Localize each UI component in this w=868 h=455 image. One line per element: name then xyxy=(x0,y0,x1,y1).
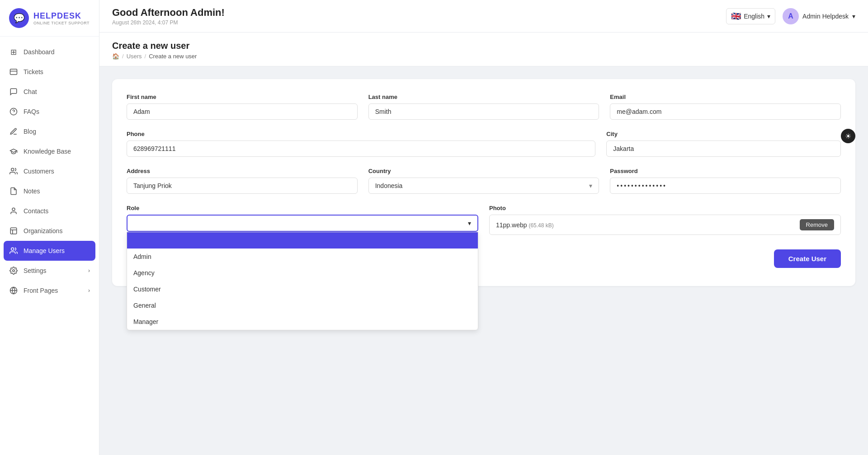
greeting-title: Good Afternoon Admin! xyxy=(112,7,225,19)
address-input[interactable] xyxy=(127,178,358,194)
sidebar-item-blog[interactable]: Blog xyxy=(0,122,99,141)
page-content: Create a new user 🏠 / Users / Create a n… xyxy=(99,33,868,455)
first-name-group: First name xyxy=(127,94,358,120)
role-option-general[interactable]: General xyxy=(127,297,478,314)
sidebar-item-front-pages[interactable]: Front Pages › xyxy=(0,281,99,300)
first-name-label: First name xyxy=(127,94,358,100)
sidebar-item-chat[interactable]: Chat xyxy=(0,82,99,102)
sidebar-item-faqs[interactable]: FAQs xyxy=(0,102,99,122)
city-group: City xyxy=(606,131,841,157)
svg-point-4 xyxy=(11,168,14,171)
sidebar-nav: ⊞ Dashboard Tickets Chat FAQs xyxy=(0,37,99,455)
theme-toggle-button[interactable]: ☀ xyxy=(841,129,855,143)
contacts-icon xyxy=(9,206,18,216)
lang-chevron-icon: ▾ xyxy=(767,13,770,20)
form-row-4: Role ▾ Admin Agency Customer xyxy=(127,205,841,235)
role-option-manager[interactable]: Manager xyxy=(127,314,478,330)
sidebar-item-label: Manage Users xyxy=(24,247,65,254)
city-label: City xyxy=(606,131,841,137)
email-group: Email xyxy=(610,94,841,120)
logo: 💬 HELPDESK ONLINE TICKET SUPPORT xyxy=(0,0,99,37)
country-chevron-icon: ▾ xyxy=(589,182,592,189)
sidebar-item-label: Blog xyxy=(24,128,36,135)
greeting-section: Good Afternoon Admin! August 26th 2024, … xyxy=(112,7,225,26)
last-name-input[interactable] xyxy=(368,103,599,120)
sidebar-item-label: Settings xyxy=(24,267,47,274)
brand-tagline: ONLINE TICKET SUPPORT xyxy=(33,21,90,25)
settings-icon xyxy=(9,266,18,275)
sidebar-item-label: Knowledge Base xyxy=(24,148,71,155)
sidebar-item-notes[interactable]: Notes xyxy=(0,181,99,201)
svg-point-5 xyxy=(12,208,15,211)
photo-filename: 11pp.webp (65.48 kB) xyxy=(496,221,554,229)
password-input[interactable] xyxy=(610,178,841,194)
create-user-button[interactable]: Create User xyxy=(774,249,841,268)
knowledge-base-icon xyxy=(9,147,18,156)
form-row-2: Phone City xyxy=(127,131,841,157)
photo-label: Photo xyxy=(489,205,841,211)
customers-icon xyxy=(9,167,18,176)
email-label: Email xyxy=(610,94,841,100)
language-selector[interactable]: 🇬🇧 English ▾ xyxy=(726,8,775,24)
password-label: Password xyxy=(610,168,841,174)
front-pages-chevron-icon: › xyxy=(88,287,90,294)
header: Good Afternoon Admin! August 26th 2024, … xyxy=(99,0,868,33)
sidebar-item-settings[interactable]: Settings › xyxy=(0,261,99,281)
sidebar-item-dashboard[interactable]: ⊞ Dashboard xyxy=(0,42,99,62)
breadcrumb-users[interactable]: Users xyxy=(127,53,142,60)
svg-point-8 xyxy=(13,270,15,272)
country-value: Indonesia xyxy=(375,182,403,189)
role-chevron-icon: ▾ xyxy=(468,220,471,227)
role-option-admin[interactable]: Admin xyxy=(127,249,478,265)
user-name: Admin Helpdesk xyxy=(802,13,849,20)
sidebar-item-tickets[interactable]: Tickets xyxy=(0,62,99,82)
logo-icon: 💬 xyxy=(9,8,29,28)
home-icon[interactable]: 🏠 xyxy=(112,53,119,60)
sidebar-item-label: Organizations xyxy=(24,227,62,235)
sidebar: 💬 HELPDESK ONLINE TICKET SUPPORT ⊞ Dashb… xyxy=(0,0,99,455)
flag-icon: 🇬🇧 xyxy=(731,11,741,21)
create-user-form: First name Last name Email Phon xyxy=(112,79,855,286)
role-dropdown-menu: Admin Agency Customer General Manager xyxy=(127,232,478,330)
role-group: Role ▾ Admin Agency Customer xyxy=(127,205,478,232)
role-select-button[interactable]: ▾ xyxy=(127,215,478,232)
role-option-customer[interactable]: Customer xyxy=(127,281,478,297)
user-info[interactable]: A Admin Helpdesk ▾ xyxy=(783,8,855,24)
country-select[interactable]: Indonesia ▾ xyxy=(368,178,599,194)
greeting-datetime: August 26th 2024, 4:07 PM xyxy=(112,19,225,26)
page-title: Create a new user xyxy=(112,41,855,51)
city-input[interactable] xyxy=(606,141,841,157)
faqs-icon xyxy=(9,107,18,116)
sidebar-item-organizations[interactable]: Organizations xyxy=(0,221,99,241)
role-dropdown-highlight xyxy=(127,232,478,249)
photo-display: 11pp.webp (65.48 kB) Remove xyxy=(489,215,841,235)
role-label: Role xyxy=(127,205,478,211)
first-name-input[interactable] xyxy=(127,103,358,120)
svg-rect-0 xyxy=(10,69,17,75)
last-name-group: Last name xyxy=(368,94,599,120)
notes-icon xyxy=(9,187,18,196)
phone-input[interactable] xyxy=(127,141,595,157)
sidebar-item-label: Front Pages xyxy=(24,287,58,294)
sidebar-item-label: FAQs xyxy=(24,108,39,115)
sidebar-item-knowledge-base[interactable]: Knowledge Base xyxy=(0,141,99,161)
sidebar-item-label: Notes xyxy=(24,188,40,195)
sidebar-item-manage-users[interactable]: Manage Users xyxy=(4,241,95,261)
language-label: English xyxy=(744,13,764,20)
sidebar-item-label: Chat xyxy=(24,88,37,95)
sidebar-item-customers[interactable]: Customers xyxy=(0,161,99,181)
sidebar-item-label: Tickets xyxy=(24,68,43,75)
last-name-label: Last name xyxy=(368,94,599,100)
email-input[interactable] xyxy=(610,103,841,120)
form-row-1: First name Last name Email xyxy=(127,94,841,120)
sidebar-item-label: Customers xyxy=(24,168,54,175)
front-pages-icon xyxy=(9,286,18,295)
role-option-agency[interactable]: Agency xyxy=(127,265,478,281)
chat-icon xyxy=(9,87,18,96)
form-row-3: Address Country Indonesia ▾ Password xyxy=(127,168,841,194)
brand-name: HELPDESK xyxy=(33,11,90,21)
remove-photo-button[interactable]: Remove xyxy=(800,219,834,230)
country-group: Country Indonesia ▾ xyxy=(368,168,599,194)
sidebar-item-contacts[interactable]: Contacts xyxy=(0,201,99,221)
avatar: A xyxy=(783,8,799,24)
